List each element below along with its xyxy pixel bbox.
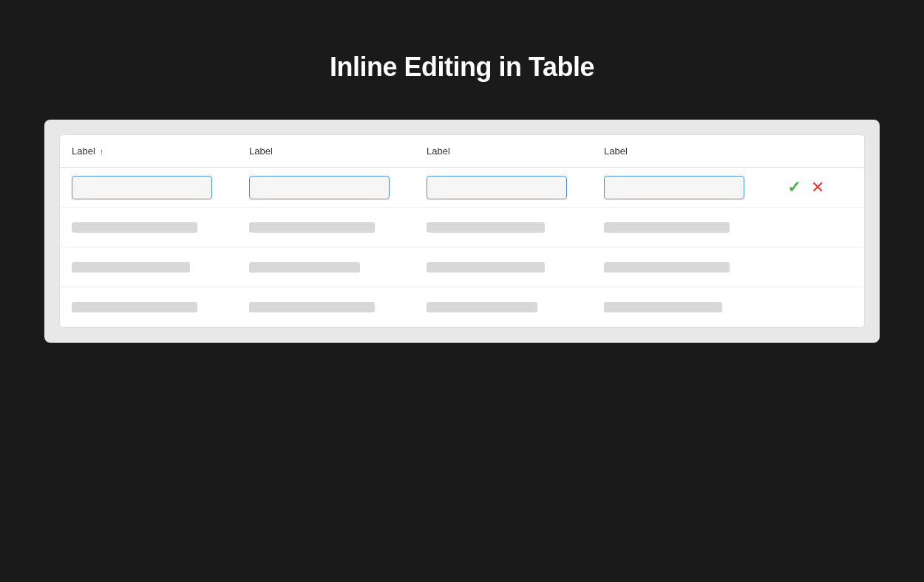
skeleton-cell (604, 262, 781, 273)
skeleton-cell (72, 302, 249, 312)
edit-cell-1 (72, 176, 249, 199)
edit-cell-4 (604, 176, 781, 199)
skeleton-cell (72, 262, 249, 273)
outer-container: Label ↑ Label Label Label (44, 120, 880, 343)
header-cell-4[interactable]: Label (604, 146, 781, 157)
header-actions-placeholder (781, 146, 852, 157)
skeleton-cell (72, 222, 249, 233)
header-cell-2[interactable]: Label (249, 146, 427, 157)
header-cell-3[interactable]: Label (427, 146, 604, 157)
skeleton-cell (249, 302, 427, 312)
edit-input-1[interactable] (72, 176, 212, 199)
header-label-2: Label (249, 146, 273, 157)
edit-cell-3 (427, 176, 604, 199)
sort-asc-icon[interactable]: ↑ (100, 147, 104, 156)
table-row (60, 247, 864, 287)
skeleton-cell (604, 222, 781, 233)
skeleton-cell (249, 262, 427, 273)
skeleton-cell (427, 262, 604, 273)
row-actions: ✓ ✕ (781, 179, 852, 196)
skeleton-cell (249, 222, 427, 233)
edit-cell-2 (249, 176, 427, 199)
header-label-3: Label (427, 146, 450, 157)
header-label-4: Label (604, 146, 628, 157)
edit-input-4[interactable] (604, 176, 744, 199)
table-header: Label ↑ Label Label Label (60, 135, 864, 168)
header-cell-1[interactable]: Label ↑ (72, 146, 249, 157)
skeleton-cell (427, 222, 604, 233)
table-row (60, 287, 864, 327)
header-label-1: Label (72, 146, 95, 157)
table-row-editing: ✓ ✕ (60, 168, 864, 208)
table-wrapper: Label ↑ Label Label Label (59, 134, 865, 328)
confirm-button[interactable]: ✓ (787, 179, 801, 196)
edit-input-2[interactable] (249, 176, 390, 199)
skeleton-cell (427, 302, 604, 312)
table-row (60, 208, 864, 247)
cancel-button[interactable]: ✕ (811, 179, 824, 196)
skeleton-cell (604, 302, 781, 312)
page-title: Inline Editing in Table (330, 52, 594, 83)
edit-input-3[interactable] (427, 176, 567, 199)
